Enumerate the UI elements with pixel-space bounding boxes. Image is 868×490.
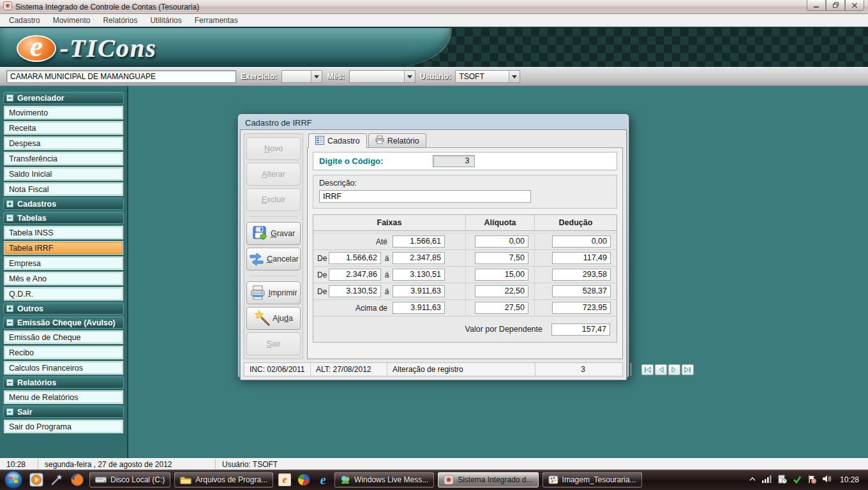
restore-button[interactable] <box>826 0 845 11</box>
sidebar-item-movimento[interactable]: Movimento <box>4 106 123 119</box>
taskbar-button-imagem-tesouraria[interactable]: Imagem_Tesouraria... <box>542 472 642 487</box>
ajuda-button[interactable]: Ajuda <box>246 307 301 330</box>
sair-button[interactable]: Sair <box>246 332 301 355</box>
menu-ferramentas[interactable]: Ferramentas <box>188 15 244 26</box>
faixa-to-input[interactable]: 3.130,51 <box>393 269 445 281</box>
collapse-icon[interactable]: − <box>6 319 13 326</box>
antivirus-check-icon[interactable] <box>793 475 802 486</box>
sidebar-group-cadastros[interactable]: +Cadastros <box>3 198 124 210</box>
sidebar-item-calculos-financeiros[interactable]: Calculos Financeiros <box>4 361 123 375</box>
internet-explorer-icon[interactable]: e <box>315 472 331 487</box>
sidebar-group-tabelas[interactable]: −Tabelas <box>3 212 124 224</box>
sidebar-item-emissao-de-cheque[interactable]: Emissão de Cheque <box>4 330 123 344</box>
utility-wand-icon[interactable] <box>49 471 65 488</box>
taskbar-button-sistema-integrado-d[interactable]: Sistema Integrado d... <box>438 472 538 487</box>
taskbar-button-windows-live-mess[interactable]: Windows Live Mess... <box>334 472 434 487</box>
faixa-from-input[interactable]: 2.347,86 <box>329 269 381 281</box>
last-record-button[interactable] <box>682 364 694 375</box>
usuario-combobox[interactable]: TSOFT <box>455 70 520 83</box>
deducao-input[interactable]: 723,95 <box>552 302 611 314</box>
sidebar-group-gerenciador[interactable]: −Gerenciador <box>3 92 124 104</box>
dialog-titlebar[interactable]: Cadastro de IRRF <box>240 116 627 130</box>
previous-record-button[interactable] <box>655 364 667 375</box>
sidebar-item-empresa[interactable]: Empresa <box>4 256 123 270</box>
deducao-input[interactable]: 528,37 <box>552 285 611 297</box>
collapse-icon[interactable]: − <box>6 379 13 386</box>
deducao-input[interactable]: 0,00 <box>552 235 611 248</box>
imprimir-button[interactable]: Imprimir <box>246 281 301 304</box>
aliquota-input[interactable]: 22,50 <box>475 285 528 297</box>
taskbar-button-arquivos-de-progra[interactable]: Arquivos de Progra... <box>174 472 273 487</box>
faixa-from-input[interactable]: 3.130,52 <box>329 285 381 297</box>
tab-cadastro[interactable]: Cadastro <box>308 133 367 148</box>
sidebar-item-recibo[interactable]: Recibo <box>4 346 123 359</box>
tray-clock[interactable]: 10:28 <box>840 475 859 484</box>
sidebar-item-transferencia[interactable]: Transferência <box>4 152 123 165</box>
aliquota-input[interactable]: 15,00 <box>475 269 528 281</box>
excluir-button[interactable]: Excluir <box>246 188 301 211</box>
sidebar-item-mes-e-ano[interactable]: Mês e Ano <box>4 272 123 285</box>
menu-relatorios[interactable]: Relatórios <box>96 15 144 26</box>
network-signal-icon[interactable] <box>762 475 772 485</box>
sidebar-item-nota-fiscal[interactable]: Nota Fiscal <box>4 182 123 196</box>
alterar-button[interactable]: Alterar <box>246 163 301 186</box>
dependente-input[interactable]: 157,47 <box>551 323 610 336</box>
taskbar-button-disco-local-c[interactable]: Disco Local (C:) <box>89 472 170 487</box>
gravar-button[interactable]: Gravar <box>246 222 301 245</box>
faixa-to-input[interactable]: 3.911,63 <box>393 285 445 297</box>
close-button[interactable] <box>845 0 864 11</box>
expand-icon[interactable]: + <box>6 200 13 207</box>
cancelar-button[interactable]: Cancelar <box>246 248 301 271</box>
sidebar-group-relatorios[interactable]: −Relatórios <box>3 376 124 389</box>
minimize-button[interactable] <box>807 0 826 11</box>
firefox-icon[interactable] <box>69 471 86 488</box>
sidebar-item-q-d-r[interactable]: Q.D.R. <box>4 287 123 301</box>
sidebar-item-receita[interactable]: Receita <box>4 121 123 135</box>
descricao-input[interactable] <box>319 190 531 203</box>
aliquota-input[interactable]: 7,50 <box>475 252 528 264</box>
expand-icon[interactable]: + <box>6 305 13 312</box>
collapse-icon[interactable]: − <box>6 214 13 221</box>
eticons-app-icon[interactable]: e <box>277 472 292 487</box>
code-input[interactable]: 3 <box>433 155 475 167</box>
sidebar-group-outros[interactable]: +Outros <box>3 302 124 315</box>
chevron-down-icon[interactable] <box>509 71 520 82</box>
company-field[interactable] <box>6 70 236 83</box>
chevron-down-icon[interactable] <box>404 71 415 82</box>
sidebar-item-sair-do-programa[interactable]: Sair do Programa <box>4 420 123 433</box>
show-hidden-icons[interactable] <box>749 475 756 484</box>
faixa-to-input[interactable]: 2.347,85 <box>393 252 445 264</box>
collapse-icon[interactable]: − <box>6 94 13 101</box>
sidebar-group-sair[interactable]: −Sair <box>3 406 124 418</box>
chevron-down-icon[interactable] <box>311 71 322 82</box>
sidebar-item-despesa[interactable]: Despesa <box>4 137 123 150</box>
task-scheduler-icon[interactable] <box>778 475 787 486</box>
faixa-to-input[interactable]: 1.566,61 <box>393 235 445 248</box>
tab-relatorio[interactable]: Relatório <box>368 133 426 147</box>
menu-utilitarios[interactable]: Utilitários <box>144 15 188 26</box>
deducao-input[interactable]: 117,49 <box>552 252 611 264</box>
sidebar-item-tabela-irrf[interactable]: Tabela IRRF <box>4 241 123 255</box>
start-button[interactable] <box>3 470 24 490</box>
speaker-icon[interactable] <box>822 475 832 485</box>
sidebar-item-saldo-inicial[interactable]: Saldo Inicial <box>4 167 123 181</box>
collapse-icon[interactable]: − <box>6 408 13 415</box>
action-center-flag-icon[interactable] <box>807 475 816 486</box>
aliquota-input[interactable]: 0,00 <box>475 235 528 248</box>
aliquota-input[interactable]: 27,50 <box>475 302 528 314</box>
exercicio-combobox[interactable] <box>281 70 322 83</box>
sidebar-item-menu-de-relatorios[interactable]: Menu de Relatórios <box>4 390 123 404</box>
next-record-button[interactable] <box>668 364 680 375</box>
color-app-icon[interactable] <box>296 472 311 487</box>
sidebar-item-tabela-inss[interactable]: Tabela INSS <box>4 226 123 239</box>
menu-movimento[interactable]: Movimento <box>47 15 97 26</box>
faixa-to-input[interactable]: 3.911,63 <box>393 302 445 314</box>
novo-button[interactable]: Novo <box>246 137 301 160</box>
sidebar-group-emissao-cheque-avulso[interactable]: −Emissão Cheque (Avulso) <box>3 316 124 329</box>
mes-combobox[interactable] <box>349 70 415 83</box>
menu-cadastro[interactable]: Cadastro <box>3 15 47 26</box>
media-player-icon[interactable] <box>28 471 45 488</box>
faixa-from-input[interactable]: 1.566,62 <box>329 252 381 264</box>
first-record-button[interactable] <box>641 364 654 375</box>
deducao-input[interactable]: 293,58 <box>552 269 611 281</box>
